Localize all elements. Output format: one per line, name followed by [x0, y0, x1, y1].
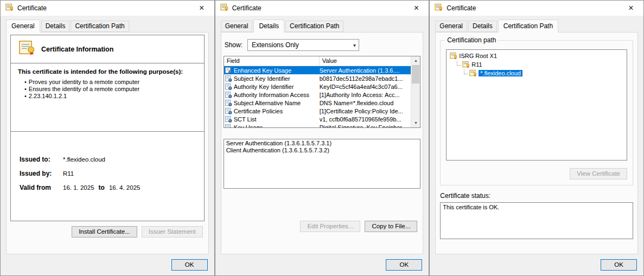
tabstrip: General Details Certification Path	[430, 20, 643, 32]
bullet-icon: •	[24, 86, 27, 92]
extension-icon	[225, 83, 232, 90]
column-header-value[interactable]: Value	[320, 56, 411, 66]
close-icon[interactable]: ×	[404, 1, 429, 16]
table-row[interactable]: SCT List v1, ccfb0f6a85710965fe959b...	[224, 115, 411, 123]
table-row[interactable]: Authority Key Identifier KeyID=c5cf46a4e…	[224, 82, 411, 91]
tree-item-label: ISRG Root X1	[459, 53, 497, 59]
extension-icon	[225, 115, 232, 123]
purpose-text: 2.23.140.1.2.1	[29, 93, 67, 99]
purpose-text: Ensures the identity of a remote compute…	[29, 86, 139, 92]
column-header-field[interactable]: Field	[224, 56, 320, 66]
value-cell: [1]Authority Info Access: Acc...	[320, 92, 411, 98]
certificate-icon	[469, 69, 477, 77]
certificate-icon	[18, 40, 35, 59]
certificate-icon	[450, 52, 457, 60]
value-cell: Digital Signature, Key Encipher...	[320, 124, 411, 128]
close-icon[interactable]: ×	[619, 1, 643, 16]
ok-button[interactable]: OK	[601, 259, 637, 271]
table-row[interactable]: Enhanced Key Usage Server Authentication…	[224, 66, 411, 74]
bullet-icon: •	[24, 93, 27, 99]
issued-by-row: Issued by:R11	[20, 170, 195, 177]
value-cell: [1]Certificate Policy:Policy Ide...	[320, 108, 411, 114]
field-cell: Subject Alternative Name	[234, 100, 320, 106]
table-row[interactable]: Subject Alternative Name DNS Name=*.flex…	[224, 99, 411, 107]
certification-path-group: Certification path ISRG Root X1 R11	[440, 40, 633, 185]
issued-to-row: Issued to:*.flexideo.cloud	[20, 156, 195, 163]
tab-general[interactable]: General	[435, 21, 467, 32]
fields-list-inner: Field Value Enhanced Key Usage Server Au…	[224, 56, 411, 127]
tab-details[interactable]: Details	[468, 21, 497, 32]
table-row[interactable]: Authority Information Access [1]Authorit…	[224, 91, 411, 99]
field-cell: SCT List	[234, 116, 320, 123]
tab-details[interactable]: Details	[253, 20, 284, 33]
tab-certification-path[interactable]: Certification Path	[71, 21, 129, 32]
tab-general[interactable]: General	[6, 20, 40, 33]
tab-certification-path[interactable]: Certification Path	[285, 21, 343, 32]
tab-page-details: Show: Extensions Only ▾ Field Value Enha	[221, 32, 424, 254]
copy-to-file-button[interactable]: Copy to File...	[365, 221, 417, 232]
issued-to-value: *.flexideo.cloud	[63, 156, 105, 163]
tree-item-root[interactable]: ISRG Root X1	[448, 52, 626, 60]
ok-button[interactable]: OK	[171, 259, 208, 271]
window-title: Certificate	[447, 4, 476, 12]
titlebar[interactable]: Certificate ×	[215, 1, 429, 16]
tree-item-label: R11	[471, 61, 482, 68]
show-label: Show:	[225, 41, 243, 49]
purpose-item: •2.23.140.1.2.1	[18, 93, 197, 100]
certificate-status-label: Certificate status:	[440, 192, 633, 200]
certificate-icon	[5, 3, 14, 14]
value-cell: Server Authentication (1.3.6....	[320, 67, 411, 74]
table-row[interactable]: Subject Key Identifier b0817dec5112e298a…	[224, 74, 411, 82]
valid-to-label: to	[99, 184, 105, 191]
validity-row: Valid from16. 1. 2025to16. 4. 2025	[20, 184, 195, 191]
show-dropdown[interactable]: Extensions Only ▾	[247, 39, 359, 51]
window-title: Certificate	[17, 4, 47, 12]
tab-page-certification-path: Certification path ISRG Root X1 R11	[435, 32, 638, 254]
dialog-footer: OK	[215, 254, 429, 275]
field-cell: Enhanced Key Usage	[234, 67, 320, 74]
tree-item-leaf[interactable]: *.flexideo.cloud	[448, 69, 626, 78]
value-cell: b0817dec5112e298a7ebadc1...	[320, 75, 411, 82]
ok-button[interactable]: OK	[386, 259, 422, 271]
purposes-section: This certificate is intended for the fol…	[11, 63, 204, 132]
tree-connector	[464, 69, 468, 74]
certificate-dialog-details: Certificate × General Details Certificat…	[215, 0, 430, 276]
scroll-up-icon[interactable]: ▲	[411, 56, 420, 65]
certificate-info-header: Certificate Information	[11, 35, 204, 63]
certificate-status-box[interactable]: This certificate is OK.	[440, 202, 633, 239]
titlebar[interactable]: Certificate ×	[1, 1, 214, 16]
scrollbar-track[interactable]	[411, 65, 420, 119]
scroll-down-icon[interactable]: ▼	[411, 119, 420, 127]
install-certificate-button[interactable]: Install Certificate...	[72, 226, 137, 238]
tab-general[interactable]: General	[221, 21, 253, 32]
tab-certification-path[interactable]: Certification Path	[498, 20, 558, 33]
extension-icon	[225, 107, 232, 114]
table-row[interactable]: Certificate Policies [1]Certificate Poli…	[224, 107, 411, 115]
issued-to-label: Issued to:	[20, 156, 63, 163]
valid-from-value: 16. 1. 2025	[63, 184, 94, 191]
dialog-footer: OK	[1, 254, 214, 275]
fields-list: Field Value Enhanced Key Usage Server Au…	[224, 56, 421, 128]
issued-by-value: R11	[63, 170, 74, 177]
screen: Certificate × General Details Certificat…	[0, 0, 644, 276]
chevron-down-icon: ▾	[353, 42, 356, 48]
extension-icon	[225, 124, 232, 127]
tree-item-intermediate[interactable]: R11	[448, 60, 626, 69]
scrollbar-thumb[interactable]	[412, 65, 419, 84]
extension-icon	[225, 91, 232, 98]
table-row[interactable]: Key Usage Digital Signature, Key Enciphe…	[224, 123, 411, 127]
show-row: Show: Extensions Only ▾	[224, 39, 421, 51]
list-body: Enhanced Key Usage Server Authentication…	[224, 66, 411, 127]
field-cell: Authority Information Access	[234, 92, 320, 98]
certificate-icon	[220, 3, 228, 14]
field-detail-box[interactable]: Server Authentication (1.3.6.1.5.5.7.3.1…	[224, 139, 421, 189]
scrollbar[interactable]: ▲ ▼	[411, 56, 420, 127]
tab-details[interactable]: Details	[41, 21, 70, 32]
close-icon[interactable]: ×	[189, 1, 214, 16]
issued-by-label: Issued by:	[20, 170, 63, 177]
value-cell: KeyID=c5cf46a4eaf4c3c07a6...	[320, 84, 411, 90]
titlebar[interactable]: Certificate ×	[430, 1, 643, 16]
certificate-info-heading: Certificate Information	[41, 46, 113, 53]
certification-path-tree[interactable]: ISRG Root X1 R11 *.flexideo.cloud	[446, 49, 627, 161]
field-cell: Key Usage	[234, 124, 320, 128]
